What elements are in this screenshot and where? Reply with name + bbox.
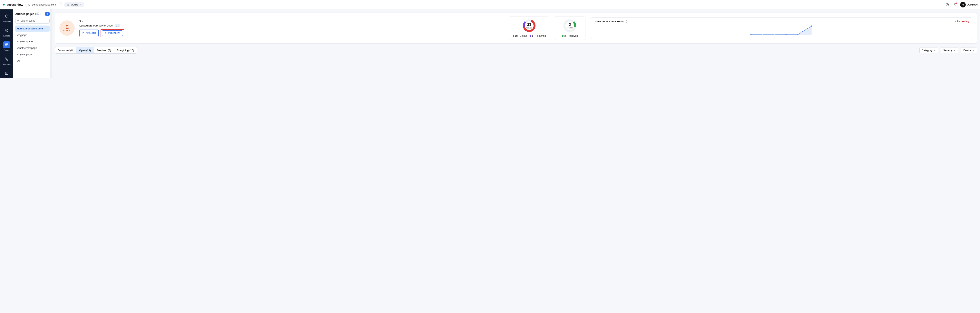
search-pages-input[interactable] xyxy=(15,18,49,24)
issues-count: 23 xyxy=(527,22,531,27)
domain-selector[interactable]: demo.accessibe.com xyxy=(25,2,62,7)
audits-selector-label: Audits xyxy=(71,3,78,6)
nav-item-dashboard[interactable]: Dashboard xyxy=(1,11,12,24)
svg-point-10 xyxy=(18,20,19,21)
issue-status-tabs: Dismissed (0) Open (23) Resolved (3) Eve… xyxy=(55,47,137,54)
legend-dot-unique xyxy=(513,35,514,37)
nav-label: Journeys xyxy=(3,63,11,65)
add-page-button[interactable] xyxy=(45,12,49,16)
score-letter: E xyxy=(65,24,68,30)
tab-everything[interactable]: Everything (26) xyxy=(114,47,137,53)
help-icon: ? xyxy=(945,3,949,6)
trend-card: Latest audit issues trend Increasing xyxy=(590,18,972,39)
resolved-count: 3 xyxy=(569,22,571,27)
grid-icon xyxy=(104,32,107,35)
domain-selector-label: demo.accessibe.com xyxy=(32,3,56,6)
chevron-down-icon xyxy=(933,50,935,51)
issues-label: Issues xyxy=(527,27,532,29)
resolved-legend: 3 Resolved xyxy=(562,35,578,37)
main-content: E SCORE ◎ / Last Audit: February 9, 2025… xyxy=(52,10,980,78)
category-filter[interactable]: Category xyxy=(920,47,938,53)
nav-item-more[interactable] xyxy=(1,69,12,78)
svg-marker-25 xyxy=(798,26,811,35)
nav-label: Explore xyxy=(3,35,10,37)
page-item[interactable]: /anothernewpage xyxy=(15,45,49,51)
user-menu[interactable]: Jm JORDAN xyxy=(960,2,978,8)
page-summary-info: ◎ / Last Audit: February 9, 2025 OK REAU… xyxy=(80,19,124,37)
search-field[interactable] xyxy=(21,19,48,22)
svg-point-4 xyxy=(5,29,8,32)
compass-icon xyxy=(5,29,9,32)
svg-point-12 xyxy=(105,32,106,33)
nav-item-pages[interactable]: Pages xyxy=(1,40,12,53)
tab-dismissed[interactable]: Dismissed (0) xyxy=(55,47,76,53)
chevron-down-icon xyxy=(57,4,59,6)
trend-status: Increasing xyxy=(955,20,969,23)
tab-resolved[interactable]: Resolved (3) xyxy=(94,47,114,53)
svg-rect-5 xyxy=(5,43,8,46)
svg-point-7 xyxy=(8,60,8,61)
svg-point-9 xyxy=(6,73,6,73)
issues-donut: 23 Issues xyxy=(522,19,536,33)
plus-icon xyxy=(46,13,49,15)
svg-point-0 xyxy=(29,4,30,5)
visualize-button[interactable]: VISUALIZE xyxy=(102,30,123,36)
last-audit-date: February 9, 2025 xyxy=(93,24,113,27)
svg-point-29 xyxy=(786,34,787,35)
issues-filters-row: Dismissed (0) Open (23) Resolved (3) Eve… xyxy=(55,47,977,54)
ok-badge: OK xyxy=(115,24,120,27)
reaudit-button[interactable]: REAUDIT xyxy=(80,29,99,37)
svg-point-28 xyxy=(774,34,775,35)
target-small-icon: ◎ xyxy=(80,19,81,22)
visualize-highlight: VISUALIZE xyxy=(100,29,124,37)
brand-name: accessFlow xyxy=(7,3,23,6)
audits-icon xyxy=(67,3,70,6)
nav-label: Pages xyxy=(4,49,10,51)
page-path: ◎ / xyxy=(80,19,124,22)
chevron-down-icon xyxy=(953,50,956,51)
globe-small-icon xyxy=(28,3,30,6)
svg-point-30 xyxy=(797,34,799,35)
topbar: accessFlow demo.accessibe.com Audits ? J… xyxy=(0,0,980,10)
legend-dot-resolved xyxy=(562,35,563,37)
resolved-card: 3 Issues 3 Resolved xyxy=(554,16,585,40)
legend-dot-recurring xyxy=(530,35,531,37)
issues-card: 23 Issues 18 Unique 5 Recurring xyxy=(509,16,550,40)
score-badge: E SCORE xyxy=(59,21,75,36)
svg-point-13 xyxy=(106,32,107,33)
svg-point-27 xyxy=(762,34,763,35)
nav-item-explore[interactable]: Explore xyxy=(1,26,12,38)
arrow-up-icon xyxy=(955,21,956,22)
page-item[interactable]: /myextrapage xyxy=(15,38,49,45)
page-path-text: / xyxy=(83,19,83,22)
svg-point-6 xyxy=(5,57,6,58)
device-filter[interactable]: Device xyxy=(961,47,977,53)
last-audit: Last Audit: February 9, 2025 OK xyxy=(80,24,124,27)
panel-count: (42) xyxy=(35,12,41,16)
trend-title: Latest audit issues trend xyxy=(593,20,627,23)
page-item[interactable]: /mybestpage xyxy=(15,51,49,57)
audited-pages-panel: Audited pages (42) demo.accessibe.com /m… xyxy=(13,10,52,78)
help-button[interactable]: ? xyxy=(945,2,950,8)
dashboard-icon xyxy=(5,14,9,18)
brand-mark-icon xyxy=(2,3,5,6)
nav-item-journeys[interactable]: Journeys xyxy=(1,54,12,67)
notifications-button[interactable] xyxy=(952,2,958,8)
page-item[interactable]: /mypage xyxy=(15,32,49,38)
notification-dot xyxy=(956,2,958,4)
score-word: SCORE xyxy=(63,30,71,32)
svg-point-11 xyxy=(105,32,105,33)
tab-open[interactable]: Open (23) xyxy=(76,47,94,53)
page-item[interactable]: /all xyxy=(15,58,49,64)
sparkline-chart xyxy=(593,24,969,36)
image-icon xyxy=(5,72,9,75)
audits-selector[interactable]: Audits xyxy=(64,2,84,7)
severity-filter[interactable]: Severity xyxy=(940,47,958,53)
issues-legend: 18 Unique 5 Recurring xyxy=(513,35,546,37)
page-item[interactable]: demo.accessibe.com xyxy=(15,26,49,32)
pages-icon xyxy=(5,43,9,47)
nav-label: Dashboard xyxy=(2,21,11,22)
refresh-icon xyxy=(82,32,84,35)
info-icon[interactable] xyxy=(625,20,627,23)
user-name: JORDAN xyxy=(967,3,978,6)
